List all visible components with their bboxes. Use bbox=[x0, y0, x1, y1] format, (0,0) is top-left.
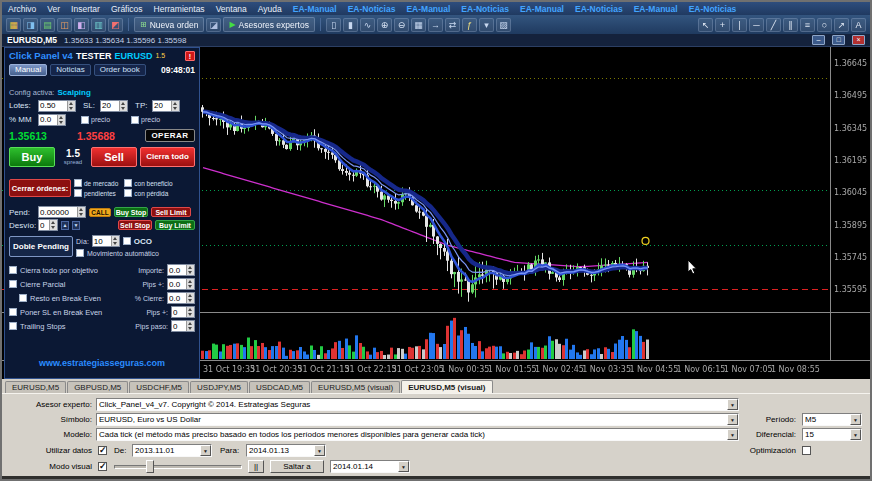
terminal-icon[interactable]: ▥ bbox=[91, 18, 106, 32]
panel-alert-icon[interactable]: ! bbox=[185, 51, 195, 61]
sell-limit-button[interactable]: Sell Limit bbox=[151, 207, 191, 217]
tab-usdchf-m5[interactable]: USDCHF,M5 bbox=[129, 381, 189, 393]
close-orders-button[interactable]: Cerrar órdenes: bbox=[9, 179, 71, 197]
tp-input[interactable] bbox=[152, 100, 180, 112]
vertical-line-icon[interactable]: | bbox=[732, 18, 747, 32]
menu-ayuda[interactable]: Ayuda bbox=[258, 4, 282, 14]
close-percent-spinner[interactable] bbox=[186, 293, 194, 303]
ea-link-1[interactable]: EA-Manual bbox=[293, 4, 337, 14]
skip-to-button[interactable]: Saltar a bbox=[270, 460, 324, 473]
mm-spinner[interactable] bbox=[57, 115, 65, 125]
dropdown-arrow-icon[interactable] bbox=[200, 445, 211, 456]
sl-pips-input[interactable] bbox=[171, 306, 195, 318]
new-chart-icon[interactable]: ▦ bbox=[6, 18, 21, 32]
ea-link-8[interactable]: EA-Noticias bbox=[689, 4, 737, 14]
buy-button[interactable]: Buy bbox=[9, 147, 55, 167]
sl-pips-input-field[interactable] bbox=[172, 307, 186, 317]
lots-spinner[interactable] bbox=[67, 101, 75, 111]
trailing-stops-checkbox[interactable] bbox=[9, 322, 17, 330]
channel-icon[interactable]: ∥ bbox=[783, 18, 798, 32]
pend-input-field[interactable] bbox=[39, 207, 77, 217]
close-by-target-checkbox[interactable] bbox=[9, 266, 17, 274]
amount-input[interactable] bbox=[167, 264, 195, 276]
from-date-combobox[interactable]: 2013.11.01 bbox=[132, 444, 212, 457]
con-perdida-checkbox[interactable] bbox=[124, 189, 132, 197]
tab-noticias[interactable]: Noticias bbox=[50, 64, 90, 76]
ea-link-3[interactable]: EA-Manual bbox=[406, 4, 450, 14]
tab-eurusd-m5[interactable]: EURUSD,M5 bbox=[5, 381, 66, 393]
strategy-tester-icon[interactable]: ◩ bbox=[108, 18, 123, 32]
step-pips-input-field[interactable] bbox=[172, 321, 186, 331]
sl-spinner[interactable] bbox=[119, 101, 127, 111]
step-pips-input[interactable] bbox=[171, 320, 195, 332]
day-input[interactable] bbox=[92, 235, 120, 247]
tp-input-field[interactable] bbox=[153, 101, 171, 111]
trendline-icon[interactable]: ╱ bbox=[766, 18, 781, 32]
deviation-input-field[interactable] bbox=[39, 220, 49, 230]
symbol-combobox[interactable]: EURUSD, Euro vs US Dollar bbox=[96, 413, 739, 426]
tab-manual[interactable]: Manual bbox=[9, 64, 47, 76]
tab-eurusd-m5-visual-1[interactable]: EURUSD,M5 (visual) bbox=[311, 381, 400, 393]
slider-thumb[interactable] bbox=[146, 460, 154, 473]
pips-plus-input[interactable] bbox=[167, 278, 195, 290]
indicators-icon[interactable]: ƒ bbox=[462, 18, 477, 32]
buy-limit-button[interactable]: Buy Limit bbox=[155, 220, 195, 230]
pend-spinner[interactable] bbox=[77, 207, 85, 217]
chart-window-icon[interactable]: ◪ bbox=[206, 18, 221, 32]
dropdown-arrow-icon[interactable] bbox=[850, 429, 861, 440]
menu-archivo[interactable]: Archivo bbox=[8, 4, 36, 14]
pendientes-checkbox[interactable] bbox=[74, 189, 82, 197]
ea-link-7[interactable]: EA-Manual bbox=[634, 4, 678, 14]
arrows-icon[interactable]: ↗ bbox=[834, 18, 849, 32]
con-beneficio-checkbox[interactable] bbox=[124, 179, 132, 187]
sl-precio-checkbox[interactable] bbox=[81, 116, 89, 124]
auto-scroll-icon[interactable]: → bbox=[428, 18, 443, 32]
sl-input-field[interactable] bbox=[101, 101, 119, 111]
lots-input-field[interactable] bbox=[39, 101, 67, 111]
pend-input[interactable] bbox=[38, 206, 86, 218]
day-spinner[interactable] bbox=[111, 236, 119, 246]
expert-advisors-button[interactable]: ▶ Asesores expertos bbox=[223, 17, 315, 32]
templates-icon[interactable]: ▨ bbox=[496, 18, 511, 32]
rest-break-even-checkbox[interactable] bbox=[19, 294, 27, 302]
tile-windows-icon[interactable]: ▦ bbox=[411, 18, 426, 32]
new-order-button[interactable]: ⊞ Nueva orden bbox=[134, 17, 204, 32]
tp-precio-checkbox[interactable] bbox=[131, 116, 139, 124]
sl-input[interactable] bbox=[100, 100, 128, 112]
close-percent-input-field[interactable] bbox=[168, 293, 186, 303]
menu-graficos[interactable]: Gráficos bbox=[111, 4, 143, 14]
step-up-icon[interactable]: ▲ bbox=[61, 221, 69, 230]
skip-date-combobox[interactable]: 2014.01.14 bbox=[330, 460, 410, 473]
dropdown-arrow-icon[interactable] bbox=[398, 461, 409, 472]
step-pips-spinner[interactable] bbox=[186, 321, 194, 331]
sell-button[interactable]: Sell bbox=[91, 147, 137, 167]
mm-input-field[interactable] bbox=[39, 115, 57, 125]
dropdown-arrow-icon[interactable] bbox=[727, 399, 738, 410]
amount-input-field[interactable] bbox=[168, 265, 186, 275]
restore-button[interactable]: □ bbox=[832, 35, 845, 45]
data-window-icon[interactable]: ◫ bbox=[57, 18, 72, 32]
dropdown-arrow-icon[interactable] bbox=[314, 445, 325, 456]
tab-eurusd-m5-visual-2[interactable]: EURUSD,M5 (visual) bbox=[401, 380, 492, 393]
close-percent-input[interactable] bbox=[167, 292, 195, 304]
menu-insertar[interactable]: Insertar bbox=[71, 4, 100, 14]
config-value[interactable]: Scalping bbox=[57, 88, 90, 97]
bar-chart-icon[interactable]: ▯ bbox=[326, 18, 341, 32]
expert-combobox[interactable]: Click_Panel_v4_v7. Copyright © 2014. Est… bbox=[96, 398, 739, 411]
menu-ventana[interactable]: Ventana bbox=[216, 4, 247, 14]
deviation-spinner[interactable] bbox=[49, 220, 57, 230]
profiles-icon[interactable]: ◨ bbox=[23, 18, 38, 32]
tab-gbpusd-m5[interactable]: GBPUSD,M5 bbox=[67, 381, 128, 393]
shapes-icon[interactable]: ○ bbox=[817, 18, 832, 32]
sl-pips-spinner[interactable] bbox=[186, 307, 194, 317]
tab-order-book[interactable]: Order book bbox=[94, 64, 146, 76]
buy-stop-button[interactable]: Buy Stop bbox=[114, 207, 148, 217]
fibonacci-icon[interactable]: ≡ bbox=[800, 18, 815, 32]
pips-plus-input-field[interactable] bbox=[168, 279, 186, 289]
ea-link-5[interactable]: EA-Manual bbox=[520, 4, 564, 14]
ea-link-6[interactable]: EA-Noticias bbox=[575, 4, 623, 14]
text-icon[interactable]: A bbox=[851, 18, 866, 32]
pips-plus-spinner[interactable] bbox=[186, 279, 194, 289]
ea-link-4[interactable]: EA-Noticias bbox=[461, 4, 509, 14]
optimization-checkbox[interactable] bbox=[802, 446, 811, 455]
